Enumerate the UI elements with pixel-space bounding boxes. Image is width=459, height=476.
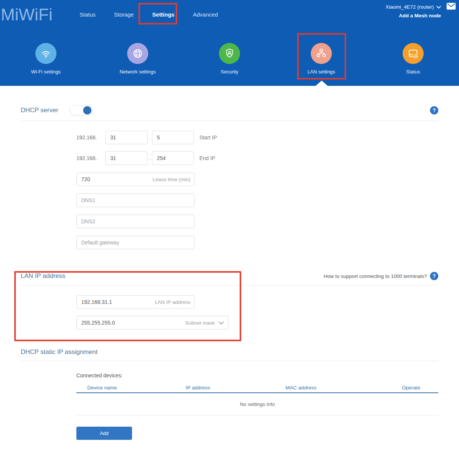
miwifi-logo: MiWiFi [1,6,52,23]
tab-network-settings[interactable]: Network settings [108,43,168,75]
start-ip-octet4-input[interactable] [152,131,194,144]
lease-time-input[interactable] [76,172,195,186]
globe-icon [127,43,148,64]
end-ip-label: End IP [199,155,215,161]
start-ip-label: Start IP [199,134,217,140]
table-header-row: Device name IP address MAC address Opera… [76,383,438,393]
settings-tab-row: Wi-Fi settings Network settings Secu [0,43,459,75]
tab-lan-settings[interactable]: LAN settings [291,43,351,75]
main-content: DHCP server ? 192.168. . Start IP 192.16… [0,86,459,440]
section-title-lan-ip: LAN IP address [21,272,65,280]
nav-item-settings[interactable]: Settings [152,9,175,20]
active-tab-pointer [316,81,328,86]
ip-prefix-label: 192.168. [76,155,95,161]
start-ip-row: 192.168. . Start IP [76,131,438,144]
subnet-mask-field: Subnet mask [76,316,228,330]
router-gear-icon [403,43,424,64]
help-icon[interactable]: ? [430,106,438,114]
dns2-input[interactable] [76,215,195,228]
dns1-input[interactable] [76,194,195,207]
tab-label: Network settings [120,69,156,75]
end-ip-octet3-input[interactable] [105,151,147,165]
lan-ip-field: LAN IP address [76,295,195,309]
dhcp-server-header: DHCP server ? [21,86,438,116]
end-ip-octet4-input[interactable] [152,151,194,165]
end-ip-row: 192.168. . End IP [76,151,438,165]
octet-separator: . [149,134,150,140]
default-gateway-field [76,236,195,249]
header-right: Xiaomi_4E72 (router) Add a Mesh node [386,3,441,18]
main-nav: Status Storage Settings Advanced [79,9,219,20]
lan-ip-header: LAN IP address How to support connecting… [21,272,438,280]
lan-ip-form: LAN IP address Subnet mask [76,295,438,330]
nav-item-status[interactable]: Status [79,9,96,20]
divider [21,361,438,361]
tab-label: Security [221,69,239,75]
tab-label: Wi-Fi settings [31,69,61,75]
divider [21,285,438,285]
device-dropdown[interactable]: Xiaomi_4E72 (router) [386,4,441,10]
octet-separator: . [149,155,150,161]
start-ip-octet3-input[interactable] [105,131,147,144]
table-empty-state: No settings info [76,393,438,416]
dns2-field [76,215,195,228]
header: MiWiFi Status Storage Settings Advanced … [0,0,459,86]
tab-security[interactable]: Security [199,43,260,75]
col-ip-address: IP address [144,385,252,391]
dns1-field [76,194,195,207]
tab-label: Status [406,69,420,75]
dhcp-toggle[interactable] [70,105,93,116]
chevron-down-icon [218,321,224,325]
device-name: Xiaomi_4E72 (router) [386,4,434,10]
col-operate: Operate [350,385,438,391]
section-title-dhcp: DHCP server [21,107,58,114]
default-gateway-input[interactable] [76,236,195,249]
connected-devices-label: Connected devices: [76,372,438,378]
help-icon[interactable]: ? [430,272,438,280]
static-ip-table: Device name IP address MAC address Opera… [76,383,438,416]
col-mac-address: MAC address [252,385,350,391]
tab-status[interactable]: Status [383,43,443,75]
lan-nodes-icon [311,43,332,64]
col-device-name: Device name [76,385,144,391]
divider [21,121,438,121]
nav-item-advanced[interactable]: Advanced [192,9,219,20]
dhcp-form: 192.168. . Start IP 192.168. . End IP Le… [76,131,438,249]
lan-ip-input[interactable] [76,295,195,309]
subnet-mask-dropdown[interactable]: Subnet mask [185,320,224,326]
chevron-down-icon [436,4,441,10]
add-mesh-node-link[interactable]: Add a Mesh node [386,13,441,18]
static-ip-header: DHCP static IP assignment [21,348,438,356]
subnet-mask-label: Subnet mask [185,320,215,326]
lan-help-row: How to support connecting to 1000 termin… [324,272,438,280]
toggle-knob [83,106,91,114]
wifi-icon [35,43,56,64]
tab-label: LAN settings [307,69,335,75]
section-title-static-ip: DHCP static IP assignment [21,348,97,356]
lease-time-field: Lease time (min) [76,172,195,186]
terminals-help-text: How to support connecting to 1000 termin… [324,273,427,279]
shield-icon [219,43,240,64]
mail-icon[interactable] [446,2,456,12]
top-bar: MiWiFi Status Storage Settings Advanced … [0,0,459,29]
ip-prefix-label: 192.168. [76,134,95,140]
add-button[interactable]: Add [76,427,132,440]
tab-wifi-settings[interactable]: Wi-Fi settings [16,43,76,75]
nav-item-storage[interactable]: Storage [113,9,135,20]
